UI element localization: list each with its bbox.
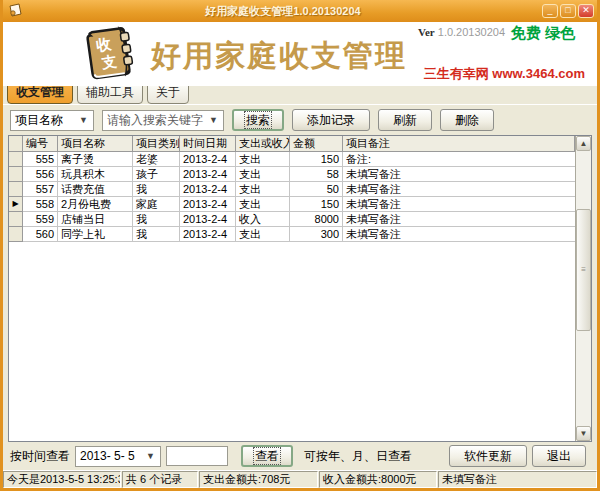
table-cell: 离子烫: [58, 152, 133, 167]
table-cell: 150: [290, 197, 343, 212]
status-panel-0: 今天是2013-5-5 13:25:31: [3, 471, 121, 488]
table-cell: 店铺当日: [58, 212, 133, 227]
table-cell: 未填写备注: [343, 197, 575, 212]
column-header[interactable]: 项目类别: [133, 136, 180, 152]
table-cell: 150: [290, 152, 343, 167]
status-panel-4: 未填写备注: [438, 471, 597, 488]
table-cell: 支出: [236, 152, 290, 167]
status-panel-2: 支出金额共:708元: [199, 471, 318, 488]
scroll-up-icon[interactable]: ▲: [576, 136, 591, 151]
table-cell: 未填写备注: [343, 167, 575, 182]
table-cell: 家庭: [133, 197, 180, 212]
search-field-value: 项目名称: [15, 112, 63, 129]
view-by-time-label: 按时间查看: [10, 448, 70, 465]
search-keyword-value: 请输入搜索关键字: [107, 112, 203, 129]
table-row[interactable]: 556玩具积木孩子2013-2-4支出58未填写备注: [9, 167, 575, 182]
table-cell: 支出: [236, 167, 290, 182]
add-record-button[interactable]: 添加记录: [292, 109, 370, 131]
table-cell: 我: [133, 227, 180, 242]
app-title: 好用家庭收支管理: [151, 36, 407, 77]
close-button[interactable]: ✕: [578, 4, 594, 18]
table-cell: 孩子: [133, 167, 180, 182]
column-header[interactable]: 项目名称: [58, 136, 133, 152]
table-cell: 2013-2-4: [180, 182, 236, 197]
table-row[interactable]: 559店铺当日我2013-2-4收入8000未填写备注: [9, 212, 575, 227]
refresh-button[interactable]: 刷新: [378, 109, 432, 131]
column-header[interactable]: 项目备注: [343, 136, 575, 152]
exit-button[interactable]: 退出: [532, 445, 586, 467]
status-panel-3: 收入金额共:8000元: [319, 471, 437, 488]
records-table: 编号项目名称项目类别时间日期支出或收入金额项目备注555离子烫老婆2013-2-…: [8, 135, 592, 442]
table-row[interactable]: ▶5582月份电费家庭2013-2-4支出150未填写备注: [9, 197, 575, 212]
table-cell: 560: [23, 227, 58, 242]
table-cell: 支出: [236, 197, 290, 212]
row-selector-cell[interactable]: [9, 167, 23, 182]
table-cell: 收入: [236, 212, 290, 227]
row-selector-cell[interactable]: [9, 182, 23, 197]
table-cell: 2013-2-4: [180, 212, 236, 227]
date-picker[interactable]: 2013- 5- 5 ▼: [75, 446, 161, 467]
column-header[interactable]: 时间日期: [180, 136, 236, 152]
delete-button[interactable]: 删除: [440, 109, 494, 131]
website-link[interactable]: 三生有幸网 www.3464.com: [424, 65, 585, 83]
table-cell: 8000: [290, 212, 343, 227]
scrollbar-track[interactable]: [576, 331, 591, 426]
table-row[interactable]: 557话费充值我2013-2-4支出50未填写备注: [9, 182, 575, 197]
date-value: 2013- 5- 5: [80, 449, 135, 463]
table-cell: 支出: [236, 227, 290, 242]
row-selector-cell[interactable]: [9, 212, 23, 227]
table-cell: 50: [290, 182, 343, 197]
table-cell: 2013-2-4: [180, 197, 236, 212]
status-panel-1: 共 6 个记录: [122, 471, 198, 488]
app-window: 好用家庭收支管理1.0.20130204 _ □ ✕ 收 支 好用家庭收支管理 …: [0, 0, 600, 491]
vertical-scrollbar[interactable]: ▲ ▼: [575, 136, 591, 441]
table-row[interactable]: 555离子烫老婆2013-2-4支出150备注:: [9, 152, 575, 167]
maximize-button[interactable]: □: [560, 4, 576, 18]
selected-row-marker[interactable]: ▶: [9, 197, 23, 212]
titlebar: 好用家庭收支管理1.0.20130204 _ □ ✕: [3, 0, 597, 22]
status-bar: 今天是2013-5-5 13:25:31共 6 个记录支出金额共:708元收入金…: [3, 470, 597, 488]
software-update-button[interactable]: 软件更新: [449, 445, 527, 467]
minimize-button[interactable]: _: [542, 4, 558, 18]
time-view-toolbar: 按时间查看 2013- 5- 5 ▼ 查看 可按年、月、日查看 软件更新 退出: [8, 442, 592, 470]
column-header[interactable]: 金额: [290, 136, 343, 152]
table-cell: 559: [23, 212, 58, 227]
table-cell: 557: [23, 182, 58, 197]
table-cell: 玩具积木: [58, 167, 133, 182]
extra-text-input[interactable]: [166, 446, 228, 466]
scrollbar-thumb[interactable]: [576, 209, 591, 331]
table-cell: 58: [290, 167, 343, 182]
table-cell: 未填写备注: [343, 182, 575, 197]
view-hint-text: 可按年、月、日查看: [304, 448, 412, 465]
table-cell: 558: [23, 197, 58, 212]
tab-bar: 收支管理辅助工具关于: [3, 86, 597, 104]
search-toolbar: 项目名称 ▼ 请输入搜索关键字 ▼ 搜索 添加记录 刷新 删除: [8, 109, 592, 135]
table-cell: 2013-2-4: [180, 152, 236, 167]
column-header[interactable]: 支出或收入: [236, 136, 290, 152]
header-band: 收 支 好用家庭收支管理 Ver 1.0.20130204 免费 绿色 三生有幸…: [3, 22, 597, 86]
table-cell: 2月份电费: [58, 197, 133, 212]
column-header[interactable]: 编号: [23, 136, 58, 152]
ledger-book-icon: 收 支: [79, 23, 141, 85]
app-icon: [8, 3, 24, 19]
version-text: Ver 1.0.20130204: [418, 26, 505, 38]
scroll-down-icon[interactable]: ▼: [576, 426, 591, 441]
table-row[interactable]: 560同学上礼我2013-2-4支出300未填写备注: [9, 227, 575, 242]
table-cell: 2013-2-4: [180, 227, 236, 242]
table-cell: 556: [23, 167, 58, 182]
row-selector-cell[interactable]: [9, 227, 23, 242]
chevron-down-icon: ▼: [204, 115, 223, 125]
search-button[interactable]: 搜索: [232, 109, 284, 131]
row-selector-cell[interactable]: [9, 136, 23, 152]
search-field-select[interactable]: 项目名称 ▼: [10, 110, 94, 131]
search-keyword-input[interactable]: 请输入搜索关键字 ▼: [102, 110, 224, 131]
free-green-label: 免费 绿色: [511, 24, 575, 43]
table-cell: 我: [133, 182, 180, 197]
table-cell: 300: [290, 227, 343, 242]
row-selector-cell[interactable]: [9, 152, 23, 167]
table-cell: 2013-2-4: [180, 167, 236, 182]
chevron-down-icon: ▼: [74, 115, 93, 125]
table-cell: 备注:: [343, 152, 575, 167]
table-cell: 未填写备注: [343, 212, 575, 227]
view-button[interactable]: 查看: [241, 445, 293, 467]
